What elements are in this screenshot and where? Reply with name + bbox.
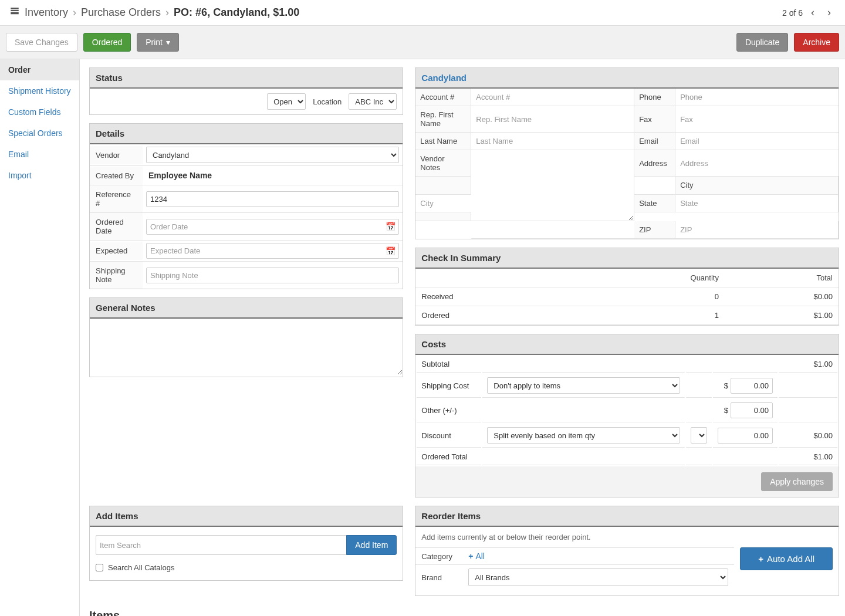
chevron-down-icon: ▾	[166, 38, 170, 47]
status-select[interactable]: Open	[267, 93, 306, 110]
city-label: City	[675, 177, 839, 194]
sidebar-item-order[interactable]: Order	[0, 59, 79, 80]
shipping-cost-input[interactable]	[731, 378, 773, 394]
shipping-note-input[interactable]	[146, 268, 399, 283]
general-notes-panel: General Notes	[89, 297, 403, 377]
ordered-button[interactable]: Ordered	[83, 33, 131, 52]
vendor-contact-title[interactable]: Candyland	[415, 68, 839, 89]
vendor-select[interactable]: Candyland	[146, 147, 399, 163]
sidebar-item-custom-fields[interactable]: Custom Fields	[0, 101, 79, 123]
reference-input[interactable]	[146, 191, 399, 207]
plus-icon: +	[468, 551, 475, 561]
general-notes-textarea[interactable]	[90, 319, 403, 375]
shipping-cost-select[interactable]: Don't apply to items	[487, 377, 680, 394]
sidebar: Order Shipment History Custom Fields Spe…	[0, 59, 80, 616]
svg-rect-1	[11, 10, 19, 11]
sidebar-item-email[interactable]: Email	[0, 144, 79, 165]
other-label: Other (+/-)	[417, 399, 481, 422]
archive-button[interactable]: Archive	[794, 33, 839, 52]
vendor-contact-panel: Candyland Account # Phone Rep. First Nam…	[415, 67, 839, 239]
qty-header: Quantity	[576, 269, 725, 287]
category-all-link[interactable]: + All	[468, 551, 485, 561]
zip-label: ZIP	[634, 221, 675, 239]
print-button[interactable]: Print ▾	[137, 33, 179, 52]
received-label: Received	[415, 287, 576, 306]
rep-first-label: Rep. First Name	[415, 106, 471, 133]
email-label: Email	[634, 133, 675, 150]
search-all-catalogs-checkbox[interactable]	[96, 564, 103, 571]
account-label: Account #	[415, 89, 471, 106]
print-label: Print	[146, 38, 163, 47]
other-cost-input[interactable]	[731, 402, 773, 418]
brand-select[interactable]: All Brands	[468, 568, 728, 586]
table-row: Ordered 1 $1.00	[415, 306, 839, 325]
reorder-note: Add items currently at or below their re…	[415, 527, 839, 547]
subtotal-value: $1.00	[779, 356, 837, 373]
address-input[interactable]	[680, 159, 834, 168]
fax-label: Fax	[634, 106, 675, 133]
item-search-input[interactable]	[96, 535, 346, 555]
phone-input[interactable]	[680, 93, 834, 101]
table-row: Received 0 $0.00	[415, 287, 839, 306]
zip-input[interactable]	[680, 225, 833, 234]
received-total: $0.00	[725, 287, 839, 306]
currency-symbol: $	[724, 406, 728, 415]
last-name-input[interactable]	[476, 137, 629, 145]
location-select[interactable]: ABC Inc	[349, 93, 397, 110]
discount-currency-select[interactable]: $	[691, 427, 707, 444]
duplicate-button[interactable]: Duplicate	[736, 33, 788, 52]
state-input[interactable]	[680, 199, 833, 208]
pager-prev-button[interactable]: ‹	[806, 6, 819, 19]
received-qty: 0	[576, 287, 725, 306]
inventory-icon	[9, 6, 20, 19]
email-input[interactable]	[680, 137, 834, 145]
discount-input[interactable]	[718, 428, 773, 444]
location-label: Location	[313, 97, 342, 106]
svg-rect-0	[11, 8, 19, 9]
search-all-catalogs-label[interactable]: Search All Catalogs	[96, 555, 397, 572]
pager-text: 2 of 6	[782, 8, 803, 18]
add-item-button[interactable]: Add Item	[346, 535, 397, 555]
state-label: State	[634, 195, 675, 212]
rep-first-input[interactable]	[476, 115, 629, 124]
costs-panel: Costs Subtotal $1.00 Shipping Cost Don't…	[415, 334, 839, 497]
createdby-label: Created By	[90, 167, 143, 185]
reorder-title: Reorder Items	[415, 506, 839, 527]
items-section-title: Items	[89, 604, 839, 616]
ordered-total-label: Ordered Total	[417, 449, 481, 465]
breadcrumb-root[interactable]: Inventory	[25, 6, 68, 19]
phone-label: Phone	[634, 89, 675, 106]
status-title: Status	[90, 68, 403, 89]
city-input[interactable]	[420, 199, 467, 208]
breadcrumb-mid[interactable]: Purchase Orders	[81, 6, 161, 19]
add-items-panel: Add Items Add Item Search All Catalogs	[89, 506, 403, 581]
discount-label: Discount	[417, 424, 481, 448]
fax-input[interactable]	[680, 115, 834, 124]
plus-icon: +	[758, 554, 763, 564]
add-items-title: Add Items	[90, 506, 403, 527]
ordered-label: Ordered	[415, 306, 576, 325]
details-panel: Details Vendor Candyland Created By Empl…	[89, 123, 403, 289]
discount-select[interactable]: Split evenly based on item qty	[487, 427, 680, 444]
ordered-total-value: $1.00	[779, 449, 837, 465]
auto-add-all-button[interactable]: + Auto Add All	[740, 547, 833, 570]
chevron-right-icon: ›	[165, 6, 169, 19]
sidebar-item-special-orders[interactable]: Special Orders	[0, 123, 79, 144]
checkin-panel: Check In Summary Quantity Total Received…	[415, 248, 839, 326]
expected-date-input[interactable]	[146, 243, 399, 259]
ordered-date-input[interactable]	[146, 219, 399, 235]
last-name-label: Last Name	[415, 133, 471, 150]
discount-total: $0.00	[779, 424, 837, 448]
currency-symbol: $	[724, 381, 728, 390]
subtotal-label: Subtotal	[417, 356, 481, 373]
costs-title: Costs	[415, 334, 839, 355]
address-label: Address	[634, 150, 675, 177]
ordered-date-label: Ordered Date	[90, 213, 143, 240]
checkin-title: Check In Summary	[415, 248, 839, 269]
vendor-notes-textarea[interactable]	[471, 150, 634, 221]
pager-next-button[interactable]: ›	[823, 6, 836, 19]
apply-changes-button[interactable]: Apply changes	[761, 472, 833, 491]
sidebar-item-shipment-history[interactable]: Shipment History	[0, 80, 79, 101]
account-input[interactable]	[476, 93, 629, 101]
sidebar-item-import[interactable]: Import	[0, 165, 79, 186]
